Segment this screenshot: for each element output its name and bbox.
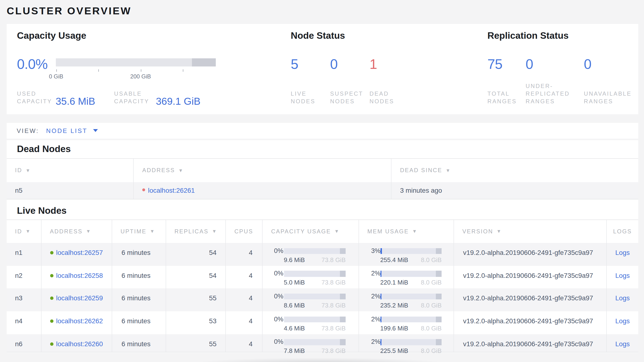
capacity-bar-nonusable-segment: [340, 248, 346, 254]
column-header-id[interactable]: ID▼: [6, 158, 133, 182]
mem-bar: [380, 248, 442, 254]
live-node-uptime: 6 minutes: [112, 289, 166, 311]
live-node-logs-cell: Logs: [606, 243, 638, 266]
column-header-uptime[interactable]: UPTIME▼: [112, 220, 166, 243]
capacity-used-value: 9.6 MiB: [284, 256, 305, 263]
live-node-uptime: 6 minutes: [112, 243, 166, 266]
view-selector[interactable]: NODE LIST: [46, 127, 87, 134]
capacity-total-value: 73.8 GiB: [322, 347, 346, 354]
logs-link[interactable]: Logs: [615, 294, 630, 302]
live-node-version: v19.2.0-alpha.20190606-2491-gfe735c9a97: [453, 266, 606, 288]
mem-bar-fill: [380, 248, 382, 254]
mem-percent: 2%: [371, 294, 379, 300]
live-node-version: v19.2.0-alpha.20190606-2491-gfe735c9a97: [453, 311, 606, 334]
capacity-total-value: 73.8 GiB: [322, 256, 346, 263]
mem-bar-fill: [380, 271, 382, 277]
mem-total-value: 8.0 GiB: [421, 324, 442, 332]
sort-desc-icon: ▼: [212, 229, 218, 234]
under-replicated-label: UNDER- REPLICATED RANGES: [526, 82, 570, 105]
chevron-down-icon[interactable]: [93, 129, 98, 132]
column-header-dead-since[interactable]: DEAD SINCE▼: [391, 158, 638, 182]
live-node-address-link[interactable]: localhost:26257: [56, 249, 103, 256]
column-header-logs[interactable]: LOGS: [606, 220, 638, 243]
mem-used-value: 220.1 MiB: [380, 279, 408, 286]
live-node-address-cell: localhost:26262: [41, 311, 112, 334]
capacity-total-value: 73.8 GiB: [322, 279, 346, 286]
live-node-id: n1: [6, 243, 41, 266]
mem-bar-fill: [380, 339, 382, 345]
live-node-version: v19.2.0-alpha.20190606-2491-gfe735c9a97: [453, 243, 606, 266]
live-nodes-table: ID▼ADDRESS▼UPTIME▼REPLICAS▼CPUSCAPACITY …: [6, 219, 638, 353]
mem-bar-fill: [380, 316, 382, 322]
capacity-used-value: 8.6 MiB: [284, 302, 305, 309]
live-nodes-table-header: ID▼ADDRESS▼UPTIME▼REPLICAS▼CPUSCAPACITY …: [6, 219, 638, 243]
column-header-mem-usage[interactable]: MEM USAGE▼: [358, 220, 453, 243]
column-header-address[interactable]: ADDRESS▼: [41, 220, 112, 243]
mem-bar-nonusable-segment: [436, 339, 442, 345]
mem-bar-nonusable-segment: [436, 316, 442, 322]
live-node-replicas: 55: [166, 289, 225, 311]
capacity-bar-nonusable-segment: [340, 339, 346, 345]
page-title: CLUSTER OVERVIEW: [7, 5, 132, 17]
capacity-bar-nonusable-segment: [340, 294, 346, 300]
dead-nodes-label: DEAD NODES: [370, 90, 394, 105]
capacity-used-percent: 0.0%: [17, 57, 48, 71]
mem-total-value: 8.0 GiB: [421, 302, 442, 309]
total-ranges-label: TOTAL RANGES: [488, 90, 517, 105]
suspect-nodes-count: 0: [330, 57, 338, 71]
capacity-bar-track: [56, 58, 216, 67]
live-node-address-link[interactable]: localhost:26259: [56, 294, 103, 302]
capacity-bar-nonusable-segment: [340, 316, 346, 322]
sort-desc-icon: ▼: [412, 229, 418, 234]
live-node-mem-usage: 2% 235.2 MiB8.0 GiB: [358, 289, 453, 311]
live-node-uptime: 6 minutes: [112, 266, 166, 288]
live-node-capacity-usage: 0% 4.6 MiB73.8 GiB: [262, 311, 358, 334]
logs-link[interactable]: Logs: [615, 249, 630, 256]
dead-node-dead-since: 3 minutes ago: [391, 182, 638, 199]
column-header-cpus[interactable]: CPUS: [225, 220, 262, 243]
dead-status-icon: [142, 189, 145, 192]
axis-tick: [140, 69, 141, 72]
live-nodes-count: 5: [291, 57, 298, 71]
live-node-id: n6: [6, 334, 41, 352]
node-status-heading: Node Status: [291, 30, 345, 41]
live-node-cpus: 4: [225, 334, 262, 352]
live-node-capacity-usage: 0% 8.6 MiB73.8 GiB: [262, 289, 358, 311]
live-node-address-link[interactable]: localhost:26262: [56, 317, 103, 325]
dead-node-address-link[interactable]: localhost:26261: [148, 187, 195, 194]
logs-link[interactable]: Logs: [615, 271, 630, 279]
live-status-icon: [50, 319, 53, 323]
mem-used-value: 225.5 MiB: [380, 347, 408, 354]
capacity-percent: 0%: [274, 294, 282, 300]
logs-link[interactable]: Logs: [615, 340, 630, 348]
column-header-address[interactable]: ADDRESS▼: [133, 158, 391, 182]
column-header-version[interactable]: VERSION▼: [453, 220, 606, 243]
live-node-logs-cell: Logs: [606, 289, 638, 311]
sort-desc-icon: ▼: [26, 168, 31, 173]
sort-desc-icon: ▼: [496, 229, 502, 234]
live-node-address-link[interactable]: localhost:26260: [56, 340, 103, 348]
sort-desc-icon: ▼: [26, 229, 31, 234]
column-header-id[interactable]: ID▼: [6, 220, 41, 243]
column-header-capacity-usage[interactable]: CAPACITY USAGE▼: [262, 220, 358, 243]
under-replicated-count: 0: [526, 57, 533, 71]
usable-capacity-value: 369.1 GiB: [156, 96, 200, 107]
live-nodes-heading: Live Nodes: [17, 205, 66, 216]
mem-used-value: 255.4 MiB: [380, 256, 408, 263]
view-bar: VIEW: NODE LIST: [6, 123, 638, 138]
axis-label-0: 0 GiB: [49, 73, 63, 80]
sort-desc-icon: ▼: [446, 168, 451, 173]
mem-bar: [380, 339, 442, 345]
live-node-row: n1 localhost:26257 6 minutes 54 4 0% 9.6…: [6, 243, 638, 266]
mem-bar-fill: [380, 294, 382, 300]
logs-link[interactable]: Logs: [615, 317, 630, 325]
column-header-replicas[interactable]: REPLICAS▼: [166, 220, 225, 243]
live-node-logs-cell: Logs: [606, 311, 638, 334]
capacity-used-value: 5.0 MiB: [284, 279, 305, 286]
live-node-address-link[interactable]: localhost:26258: [56, 271, 103, 279]
axis-tick: [183, 69, 183, 72]
axis-label-200: 200 GiB: [130, 73, 151, 80]
axis-tick: [56, 69, 56, 72]
live-node-version: v19.2.0-alpha.20190606-2491-gfe735c9a97: [453, 334, 606, 352]
mem-used-value: 199.6 MiB: [380, 324, 408, 332]
